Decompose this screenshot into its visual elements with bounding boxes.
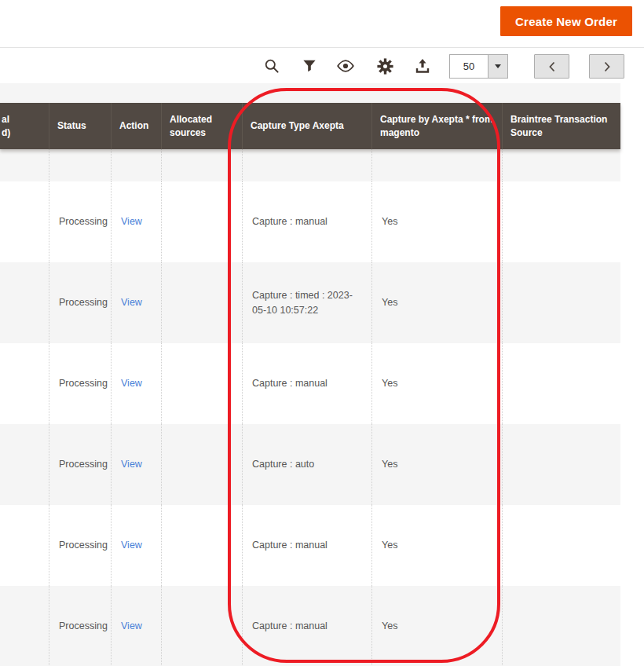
view-link[interactable]: View [121, 538, 142, 552]
cell-capture-by: Yes [371, 262, 502, 343]
cell-braintree-source [502, 149, 620, 181]
cell-capture-type: Capture : manual [242, 505, 371, 586]
cell-status [49, 149, 111, 181]
filter-icon[interactable] [300, 57, 319, 75]
caret-down-icon [495, 64, 501, 68]
cell-total [0, 505, 49, 586]
chevron-right-icon [603, 61, 611, 72]
table-row: Processing View Capture : manual Yes [0, 586, 620, 666]
column-header-capture-by-axepta[interactable]: Capture by Axepta * from magento [371, 103, 502, 149]
page-header: Create New Order [0, 0, 644, 48]
grid-background-strip [0, 83, 620, 103]
cell-total [0, 149, 49, 181]
table-row-partial [0, 149, 620, 181]
chevron-left-icon [548, 61, 556, 72]
cell-status: Processing [49, 424, 111, 505]
cell-capture-by: Yes [371, 586, 502, 666]
cell-capture-by: Yes [371, 343, 502, 424]
cell-status: Processing [49, 262, 111, 343]
cell-total [0, 262, 49, 343]
cell-allocated-sources [161, 181, 242, 262]
cell-allocated-sources [161, 505, 242, 586]
table-row: Processing View Capture : timed : 2023-0… [0, 262, 620, 343]
cell-total [0, 424, 49, 505]
orders-grid: al d) Status Action Allocated sources Ca… [0, 103, 620, 666]
cell-status: Processing [49, 343, 111, 424]
cell-capture-type: Capture : timed : 2023-05-10 10:57:22 [242, 262, 371, 343]
cell-capture-type: Capture : manual [242, 181, 371, 262]
cell-allocated-sources [161, 149, 242, 181]
cell-braintree-source [502, 505, 620, 586]
previous-page-button[interactable] [534, 54, 569, 79]
cell-action: View [111, 181, 161, 262]
column-header-braintree-source[interactable]: Braintree Transaction Source [502, 103, 620, 149]
eye-columns-icon[interactable] [336, 57, 355, 75]
cell-capture-by: Yes [371, 424, 502, 505]
table-row: Processing View Capture : manual Yes [0, 181, 620, 262]
table-row: Processing View Capture : manual Yes [0, 343, 620, 424]
cell-allocated-sources [161, 424, 242, 505]
cell-braintree-source [502, 424, 620, 505]
cell-braintree-source [502, 181, 620, 262]
cell-capture-type: Capture : auto [242, 424, 371, 505]
column-header-status[interactable]: Status [49, 103, 111, 149]
cell-action: View [111, 262, 161, 343]
cell-capture-type: Capture : manual [242, 586, 371, 666]
partial-header-line2: d) [2, 127, 10, 138]
cell-total [0, 343, 49, 424]
view-link[interactable]: View [121, 295, 142, 309]
grid-toolbar [0, 49, 644, 83]
cell-status: Processing [49, 181, 111, 262]
cell-status: Processing [49, 586, 111, 666]
partial-header-line1: al [2, 114, 9, 125]
column-header-allocated-sources[interactable]: Allocated sources [161, 103, 242, 149]
cell-action: View [111, 424, 161, 505]
cell-total [0, 181, 49, 262]
view-link[interactable]: View [121, 457, 142, 471]
cell-action [111, 149, 161, 181]
page-size-dropdown-button[interactable] [488, 54, 508, 79]
cell-capture-by: Yes [371, 505, 502, 586]
cell-braintree-source [502, 343, 620, 424]
cell-capture-by: Yes [371, 181, 502, 262]
cell-capture-type: Capture : manual [242, 343, 371, 424]
view-link[interactable]: View [121, 214, 142, 229]
cell-total [0, 586, 49, 666]
column-header-truncated[interactable]: al d) [0, 103, 49, 149]
gear-settings-icon[interactable] [375, 57, 394, 75]
grid-header-row: al d) Status Action Allocated sources Ca… [0, 103, 620, 149]
cell-action: View [111, 505, 161, 586]
column-header-capture-type-axepta[interactable]: Capture Type Axepta [242, 103, 371, 149]
cell-capture-type [242, 149, 371, 181]
table-row: Processing View Capture : auto Yes [0, 424, 620, 505]
cell-action: View [111, 343, 161, 424]
cell-allocated-sources [161, 262, 242, 343]
column-header-action[interactable]: Action [111, 103, 161, 149]
cell-capture-by [371, 149, 502, 181]
cell-allocated-sources [161, 343, 242, 424]
cell-allocated-sources [161, 586, 242, 666]
cell-braintree-source [502, 586, 620, 666]
page-size-control [449, 54, 508, 79]
export-icon[interactable] [413, 57, 432, 75]
view-link[interactable]: View [121, 376, 142, 390]
view-link[interactable]: View [121, 619, 142, 633]
next-page-button[interactable] [589, 54, 624, 79]
cell-action: View [111, 586, 161, 666]
cell-status: Processing [49, 505, 111, 586]
table-row: Processing View Capture : manual Yes [0, 505, 620, 586]
search-icon[interactable] [262, 57, 281, 75]
cell-braintree-source [502, 262, 620, 343]
page-size-input[interactable] [449, 54, 488, 79]
create-new-order-button[interactable]: Create New Order [500, 6, 632, 36]
